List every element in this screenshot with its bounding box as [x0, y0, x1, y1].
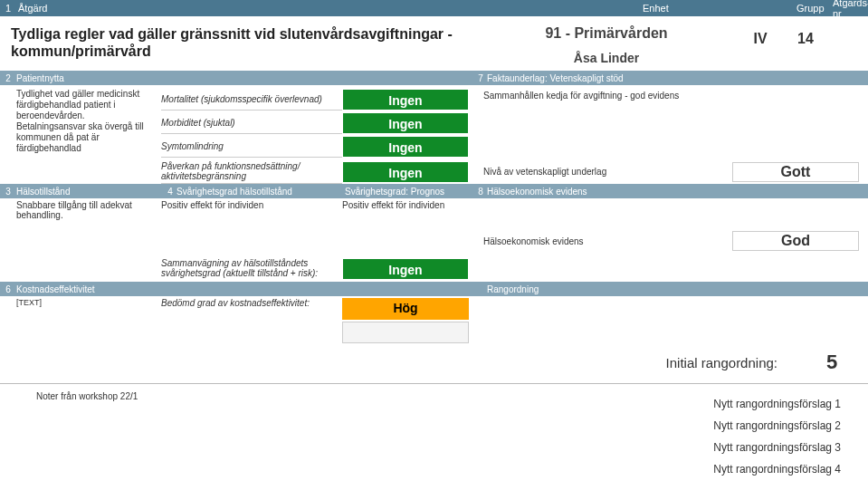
sec4-num: 4	[164, 187, 176, 197]
main-title: Tydliga regler vad gäller gränssnitt vid…	[11, 25, 469, 60]
econ-evidence-row: Hälsoekonomisk evidens God	[0, 222, 868, 255]
unit-owner: Åsa Linder	[480, 51, 733, 65]
sec7-label: Faktaunderlag: Vetenskapligt stöd	[487, 73, 624, 83]
sec4-label: Svårighetsgrad hälsotillstånd	[176, 187, 345, 197]
sec3-effect2: Positiv effekt för individen	[342, 200, 469, 220]
sec3-desc: Snabbare tillgång till adekvat behandlin…	[16, 200, 161, 220]
sec2-num: 2	[2, 73, 14, 83]
weighting-badge: Ingen	[342, 258, 469, 280]
sci-level-label: Nivå av vetenskapligt underlag	[483, 167, 732, 177]
new-rank-2: Nytt rangordningsförslag 2	[713, 419, 841, 432]
section-3-bar: 3 Hälsotillstånd 4 Svårighetsgrad hälsot…	[0, 184, 868, 198]
hdr-nr: Åtgärds-nr	[833, 0, 868, 19]
econ-evidence-value: God	[732, 231, 859, 251]
weighting-label: Sammanvägning av hälsotillståndets svåri…	[161, 258, 342, 280]
section-2-body: Tydlighet vad gäller medicinskt färdigbe…	[0, 85, 868, 159]
sec3-effect1: Positiv effekt för individen	[161, 200, 342, 220]
initial-rank-label: Initial rangordning:	[483, 355, 805, 370]
initial-rank-row: Initial rangordning: 5	[0, 345, 868, 378]
metric-mortality: Mortalitet (sjukdomsspecifik överlevnad)	[161, 89, 342, 111]
sec6-desc: [TEXT]	[16, 298, 161, 307]
sec3-num: 3	[2, 187, 14, 197]
sec6-num: 6	[2, 284, 14, 294]
cost-eff-value: Hög	[342, 298, 469, 320]
metric-function: Påverkan på funktionsnedsättning/ aktivi…	[161, 159, 342, 184]
sec8-num: 8	[474, 187, 487, 197]
section-6-bar: 6 Kostnadseffektivitet Rangordning	[0, 282, 868, 296]
top-section: Tydliga regler vad gäller gränssnitt vid…	[0, 16, 868, 71]
empty-badge	[342, 322, 469, 343]
badge-symptom: Ingen	[342, 136, 469, 158]
unit-code: 91 - Primärvården	[480, 25, 733, 42]
action-number: 14	[787, 25, 824, 65]
badge-mortality: Ingen	[342, 89, 469, 111]
hdr-grupp: Grupp	[796, 3, 825, 14]
metric-symptom: Symtomlindring	[161, 136, 342, 158]
group-value: IV	[742, 25, 778, 65]
metric-morbidity: Morbiditet (sjuktal)	[161, 112, 342, 134]
ranking-header: Rangordning	[474, 284, 539, 294]
hdr-enhet: Enhet	[643, 3, 669, 14]
sec8-label: Hälsoekonomisk evidens	[487, 187, 587, 197]
new-rank-3: Nytt rangordningsförslag 3	[713, 441, 841, 454]
hdr-num: 1	[5, 3, 18, 14]
cost-eff-label: Bedömd grad av kostnadseffektivitet:	[161, 298, 342, 308]
evidence-text: Sammanhållen kedja för avgiftning - god …	[483, 91, 863, 101]
sec2-desc: Tydlighet vad gäller medicinskt färdigbe…	[16, 89, 156, 154]
hdr-atgard: Åtgärd	[18, 3, 863, 14]
section-6-body: [TEXT] Bedömd grad av kostnadseffektivit…	[0, 296, 868, 345]
econ-evidence-label: Hälsoekonomisk evidens	[483, 236, 732, 246]
prognos-label: Svårighetsgrad: Prognos	[345, 187, 472, 197]
section-5-row: Sammanvägning av hälsotillståndets svåri…	[0, 255, 868, 280]
new-rank-list: Nytt rangordningsförslag 1 Nytt rangordn…	[0, 398, 868, 476]
sec3-label: Hälsotillstånd	[14, 187, 164, 197]
metric-4-row: Påverkan på funktionsnedsättning/ aktivi…	[0, 159, 868, 184]
sec2-label: Patientnytta	[14, 73, 164, 83]
section-3-body: Snabbare tillgång till adekvat behandlin…	[0, 198, 868, 222]
initial-rank-value: 5	[805, 351, 859, 374]
new-rank-1: Nytt rangordningsförslag 1	[713, 398, 841, 410]
badge-morbidity: Ingen	[342, 112, 469, 134]
new-rank-4: Nytt rangordningsförslag 4	[713, 463, 841, 476]
sec6-label: Kostnadseffektivitet	[14, 284, 467, 294]
sec7-num: 7	[474, 73, 487, 83]
section-2-bar: 2 Patientnytta 7 Faktaunderlag: Vetenska…	[0, 71, 868, 85]
header-bar: 1 Åtgärd Enhet Grupp Åtgärds-nr	[0, 0, 868, 16]
badge-function: Ingen	[342, 161, 469, 183]
sci-level-value: Gott	[732, 162, 859, 182]
